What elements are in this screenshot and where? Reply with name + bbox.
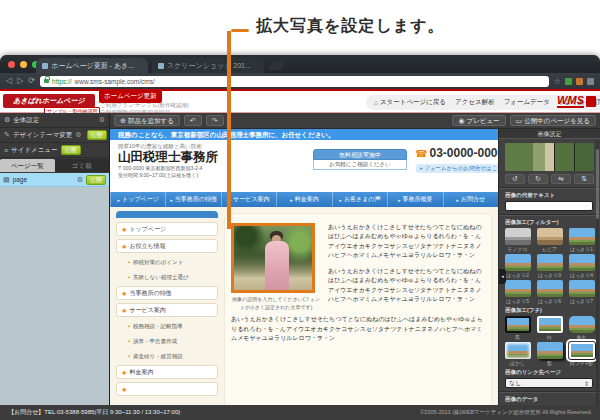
add-part-button[interactable]: ⊕ 部品を追加する: [114, 115, 180, 126]
flip-horizontal-icon[interactable]: ⇋: [551, 174, 571, 184]
border-option[interactable]: 白フチ+影: [566, 342, 597, 366]
menu-item[interactable]: サービス案内: [116, 303, 218, 317]
menu-item[interactable]: [116, 382, 218, 396]
undo-button[interactable]: ↶: [184, 115, 202, 126]
minimize-window-icon[interactable]: [20, 61, 27, 68]
window-controls[interactable]: [8, 61, 39, 68]
menu-item[interactable]: トップページ: [116, 222, 218, 236]
image-crop-preview[interactable]: [505, 143, 594, 171]
sidebar-row[interactable]: ✎ デザインテーマ変更 ⚙ 公開: [0, 128, 109, 143]
panel-collapse-handle[interactable]: ◂: [499, 269, 506, 284]
site-nav-item[interactable]: 事務所概要: [387, 192, 442, 207]
border-option[interactable]: 影: [534, 342, 565, 366]
flip-vertical-icon[interactable]: ⇅: [574, 174, 594, 184]
eye-icon: ◉: [458, 116, 464, 125]
header-nav-link[interactable]: アクセス解析: [455, 98, 495, 107]
add-part-label: 部品を追加する: [128, 116, 174, 125]
border-thumbnail: [505, 342, 531, 359]
copyright-text: ©2005-2013 (株)WEBマーケティング総合研究所 All Rights…: [420, 409, 592, 416]
filter-option[interactable]: はっきり2: [502, 254, 533, 278]
filter-option[interactable]: はっきり3: [534, 254, 565, 278]
filter-option[interactable]: モノクロ: [502, 228, 533, 252]
filter-label: はっきり6: [534, 298, 565, 304]
link-target-label: 画像のリンク先ページ: [505, 369, 594, 376]
filter-option[interactable]: はっきり4: [566, 254, 597, 278]
filter-option[interactable]: セピア: [534, 228, 565, 252]
site-nav-item[interactable]: 当事務所の特徴: [165, 192, 220, 207]
header-nav-link[interactable]: フォームデータ: [504, 98, 550, 107]
left-sidebar: ⚙ 全体設定 ⚙ ✎ デザインテーマ変更 ⚙ 公開: [0, 113, 110, 420]
publish-button[interactable]: 公開: [87, 130, 107, 140]
address-input[interactable]: https:// www.sms-sample.com/cms/: [40, 76, 549, 87]
border-label: ぼかし: [502, 360, 533, 366]
sidebar-row[interactable]: ⚙ 全体設定 ⚙: [0, 113, 109, 128]
rotate-right-icon[interactable]: ↻: [528, 174, 548, 184]
site-nav-item[interactable]: お問合せ: [443, 192, 498, 207]
publish-button[interactable]: 公開: [61, 145, 81, 155]
site-nav-item[interactable]: トップページ: [110, 192, 165, 207]
menu-item[interactable]: 節税対策のポイント: [116, 256, 218, 268]
image-tools: ↺ ↻ ⇋ ⇅: [505, 174, 594, 184]
sidebar-tab[interactable]: ゴミ箱: [55, 159, 110, 172]
menu-item[interactable]: 決算・申告書作成: [116, 335, 218, 347]
filter-option[interactable]: はっきり7: [566, 280, 597, 304]
free-consult-box: 無料相談実施中 お気軽にご相談ください: [313, 149, 407, 170]
view-published-button[interactable]: ▭ 公開中のページを見る: [510, 115, 596, 126]
browser-tab-active[interactable]: ホームページ更新 - あき...: [36, 58, 148, 73]
redo-button[interactable]: ↷: [206, 115, 224, 126]
nav-label: スタートページに戻る: [380, 98, 446, 107]
sidebar-tab[interactable]: ページ一覧: [0, 159, 55, 172]
selected-photo[interactable]: [231, 223, 315, 293]
border-option[interactable]: 角丸: [566, 316, 597, 340]
menu-item[interactable]: 資金繰り・経営相談: [116, 350, 218, 362]
extension-icon[interactable]: [565, 78, 572, 85]
forward-icon[interactable]: ▷: [17, 76, 23, 86]
menu-item[interactable]: 失敗しない税理士選び: [116, 271, 218, 283]
nav-label: フォームデータ: [504, 98, 550, 107]
preview-button[interactable]: ◉ プレビュー: [452, 115, 505, 126]
page-list-item[interactable]: ▤ page ⚙ 公開: [0, 173, 109, 187]
filter-option[interactable]: はっきり6: [534, 280, 565, 304]
publish-button[interactable]: 公開: [86, 175, 106, 185]
gear-icon[interactable]: ⚙: [77, 176, 83, 184]
rotate-left-icon[interactable]: ↺: [505, 174, 525, 184]
filter-option[interactable]: はっきり5: [502, 280, 533, 304]
border-thumbnail: [569, 342, 595, 359]
scrollbar-thumb[interactable]: [596, 149, 599, 219]
back-icon[interactable]: ◁: [6, 76, 12, 86]
gear-icon[interactable]: ⚙: [75, 131, 81, 139]
contact-form-link[interactable]: フォームからのお問合せはこちら: [416, 164, 498, 173]
new-tab-button[interactable]: [269, 61, 285, 70]
gear-icon[interactable]: ⚙: [99, 116, 105, 124]
filter-option[interactable]: はっきり1: [566, 228, 597, 252]
menu-item[interactable]: お役立ち情報: [116, 239, 218, 253]
url-text: www.sms-sample.com/cms/: [75, 78, 155, 85]
border-option[interactable]: 白: [534, 316, 565, 340]
menu-item[interactable]: 税務相談・記帳指導: [116, 320, 218, 332]
panel-scrollbar[interactable]: [596, 141, 599, 420]
menu-item-label: サービス案内: [129, 306, 165, 315]
placeholder-paragraph-full: あいうえおかきくけこさしすせそたちつてとなにぬねのはひふへほまみむめもやゃゆゅよ…: [231, 315, 485, 343]
menu-item[interactable]: 料金案内: [116, 365, 218, 379]
border-option[interactable]: 黒: [502, 316, 533, 340]
photo-figure: [265, 241, 289, 291]
sidebar-row[interactable]: ≡ サイドメニュー 公開: [0, 143, 109, 158]
filter-thumbnail: [537, 228, 563, 245]
site-nav-item[interactable]: お客さまの声: [332, 192, 387, 207]
menu-item-label: トップページ: [129, 225, 166, 234]
site-nav-item[interactable]: 料金案内: [276, 192, 331, 207]
reload-icon[interactable]: ⟳: [28, 76, 35, 86]
border-option[interactable]: ぼかし: [502, 342, 533, 366]
menu-icon[interactable]: [587, 78, 594, 85]
menu-item[interactable]: 当事務所の特徴: [116, 286, 218, 300]
phone-number: 03-0000-0000: [429, 146, 498, 160]
monitor-icon: ▭: [516, 116, 523, 125]
close-window-icon[interactable]: [8, 61, 15, 68]
extension-icon[interactable]: [576, 78, 583, 85]
browser-tab-2[interactable]: スクリーンショット 201...: [152, 58, 264, 73]
bookmark-star-icon[interactable]: ☆: [554, 77, 561, 86]
header-nav-link[interactable]: ⌂ スタートページに戻る: [374, 98, 446, 107]
site-top-banner[interactable]: 税務のことなら、東京都新宿区の山田税理士事務所に、お任せください。: [110, 129, 498, 140]
alt-text-input[interactable]: [505, 201, 593, 211]
link-target-select[interactable]: なし ⇕: [505, 378, 593, 388]
